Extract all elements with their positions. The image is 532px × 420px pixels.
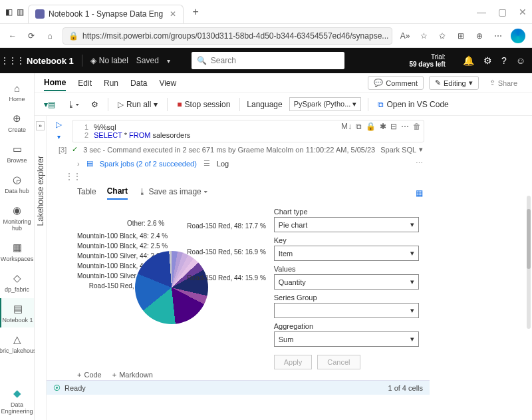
add-markdown-button[interactable]: +Markdown bbox=[112, 371, 153, 379]
menu-home[interactable]: Home bbox=[44, 75, 66, 91]
language-select[interactable]: PySpark (Pytho... ▾ bbox=[289, 97, 362, 111]
close-icon[interactable]: ✕ bbox=[170, 9, 176, 19]
open-vscode-button[interactable]: ⧉Open in VS Code bbox=[375, 99, 451, 110]
notebook-title[interactable]: Notebook 1 bbox=[27, 56, 74, 66]
code-editor[interactable]: M↓ ⧉ 🔒 ✱ ⊟ ⋯ 🗑 1%%sql 2SELECT * FROM sal… bbox=[72, 120, 424, 142]
series-select[interactable]: ▾ bbox=[274, 303, 419, 318]
cell-count: 1 of 4 cells bbox=[388, 384, 423, 392]
profile-icon[interactable]: ◧ bbox=[5, 7, 13, 17]
run-all-button[interactable]: ▷Run all▾ bbox=[115, 99, 160, 110]
drag-handle-icon[interactable]: ⋮⋮ bbox=[47, 170, 430, 182]
close-window-icon[interactable]: ✕ bbox=[519, 7, 527, 17]
more-icon[interactable]: ⋯ bbox=[492, 30, 504, 42]
collapse-icon[interactable]: ⊟ bbox=[390, 122, 397, 131]
url-field[interactable]: 🔒 https://msit.powerbi.com/groups/0130d3… bbox=[63, 27, 392, 45]
save-image-button[interactable]: ⭳ Save as image ▾ bbox=[138, 187, 207, 199]
tabs-icon[interactable]: ▥ bbox=[17, 7, 24, 17]
download-button[interactable]: ⭳▾ bbox=[65, 99, 82, 110]
rail-dpfabric[interactable]: ◇dp_fabric bbox=[0, 268, 34, 297]
rail-workspaces[interactable]: ▦Workspaces bbox=[0, 237, 34, 266]
save-button[interactable]: ▾▤ bbox=[41, 99, 58, 110]
table-settings-icon[interactable]: ▦ bbox=[416, 188, 423, 198]
agg-select[interactable]: Sum▾ bbox=[274, 331, 419, 347]
rail-datahub[interactable]: ◶Data hub bbox=[0, 169, 34, 198]
add-code-button[interactable]: +Code bbox=[77, 371, 102, 379]
read-aloud-icon[interactable]: A» bbox=[399, 30, 411, 42]
back-icon[interactable]: ← bbox=[7, 30, 19, 42]
browser-titlebar: ◧ ▥ Notebook 1 - Synapse Data Eng ✕ + — … bbox=[0, 0, 532, 24]
share-button[interactable]: ⇪Share bbox=[484, 76, 523, 90]
home-icon[interactable]: ⌂ bbox=[44, 30, 56, 42]
apply-button[interactable]: Apply bbox=[274, 355, 313, 369]
sensitivity-label[interactable]: ◈ No label bbox=[90, 56, 128, 65]
extensions-icon[interactable]: ⊕ bbox=[473, 30, 485, 42]
cancel-button[interactable]: Cancel bbox=[317, 355, 360, 369]
rail-home[interactable]: ⌂Home bbox=[0, 77, 34, 106]
comment-button[interactable]: 💬Comment bbox=[368, 76, 424, 90]
more-icon[interactable]: ⋯ bbox=[416, 159, 423, 168]
gear-icon[interactable]: ⚙ bbox=[483, 55, 492, 66]
spark-jobs-link[interactable]: Spark jobs (2 of 2 succeeded) bbox=[100, 160, 197, 168]
run-cell-icon[interactable]: ▷ bbox=[56, 120, 62, 129]
help-icon[interactable]: ? bbox=[501, 55, 507, 66]
menu-data[interactable]: Data bbox=[130, 76, 147, 91]
tab-table[interactable]: Table bbox=[77, 187, 96, 199]
md-icon[interactable]: M↓ bbox=[341, 122, 352, 131]
tab-chart[interactable]: Chart bbox=[107, 186, 128, 200]
scrollbar[interactable] bbox=[527, 196, 531, 329]
lock-icon[interactable]: 🔒 bbox=[366, 122, 376, 131]
search-box[interactable]: 🔍 bbox=[192, 52, 344, 69]
copilot-icon[interactable] bbox=[511, 29, 525, 43]
language-label: Language bbox=[247, 100, 282, 109]
delete-icon[interactable]: 🗑 bbox=[413, 122, 421, 131]
settings-button[interactable]: ⚙ bbox=[88, 99, 101, 110]
main-area: Home Edit Run Data View 💬Comment ✎Editin… bbox=[35, 73, 532, 420]
rail-create[interactable]: ⊕Create bbox=[0, 108, 34, 137]
refresh-icon[interactable]: ⟳ bbox=[25, 30, 37, 42]
rail-browse[interactable]: ▭Browse bbox=[0, 138, 34, 168]
chevron-down-icon: ▾ bbox=[154, 100, 158, 109]
shield-icon: ◈ bbox=[90, 56, 96, 65]
browser-tab[interactable]: Notebook 1 - Synapse Data Eng ✕ bbox=[28, 5, 184, 23]
stop-button[interactable]: ■Stop session bbox=[174, 99, 233, 110]
explorer-collapsed[interactable]: » Lakehouse explorer bbox=[35, 116, 47, 420]
search-input[interactable] bbox=[211, 56, 339, 65]
chevron-right-icon[interactable]: › bbox=[77, 160, 80, 168]
editing-button[interactable]: ✎Editing▾ bbox=[429, 76, 479, 90]
rail-lakehouse[interactable]: △fabric_lakehouse bbox=[0, 329, 34, 358]
menu-view[interactable]: View bbox=[159, 76, 176, 91]
new-tab-button[interactable]: + bbox=[188, 4, 203, 20]
tab-title: Notebook 1 - Synapse Data Eng bbox=[49, 9, 163, 19]
chevron-down-icon: ▾ bbox=[469, 79, 473, 87]
collections-icon[interactable]: ⊞ bbox=[455, 30, 467, 42]
maximize-icon[interactable]: ▢ bbox=[498, 7, 507, 17]
feedback-icon[interactable]: ☺ bbox=[516, 55, 525, 66]
scroll-thumb[interactable] bbox=[527, 209, 531, 269]
copy-icon[interactable]: ⧉ bbox=[356, 122, 362, 131]
rail-notebook[interactable]: ▤Notebook 1 bbox=[0, 298, 34, 327]
minimize-icon[interactable]: — bbox=[477, 7, 486, 17]
app-launcher-icon[interactable]: ⋮⋮⋮ bbox=[7, 55, 19, 67]
cell-lang[interactable]: Spark SQL ▾ bbox=[380, 145, 423, 154]
values-select[interactable]: Quantity▾ bbox=[274, 274, 419, 290]
more-icon[interactable]: ⋯ bbox=[401, 122, 409, 131]
chevron-down-icon[interactable]: ▾ bbox=[57, 133, 61, 140]
menu-edit[interactable]: Edit bbox=[78, 76, 92, 91]
key-select[interactable]: Item▾ bbox=[274, 246, 419, 261]
play-icon: ▷ bbox=[118, 100, 124, 109]
star-icon[interactable]: ☆ bbox=[418, 30, 430, 42]
bell-icon[interactable]: 🔔 bbox=[463, 55, 474, 66]
chevron-down-icon[interactable]: ▾ bbox=[167, 57, 170, 65]
log-link[interactable]: Log bbox=[217, 160, 229, 168]
values-label: Values bbox=[274, 265, 419, 273]
menu-run[interactable]: Run bbox=[104, 76, 118, 91]
lock-icon: 🔒 bbox=[68, 31, 78, 41]
chevron-right-icon[interactable]: » bbox=[36, 121, 45, 130]
favorites-icon[interactable]: ✩ bbox=[436, 30, 448, 42]
chart-type-select[interactable]: Pie chart▾ bbox=[274, 217, 419, 232]
snowflake-icon[interactable]: ✱ bbox=[380, 122, 386, 131]
home-icon: ⌂ bbox=[11, 81, 24, 95]
rail-monitoring[interactable]: ◉Monitoring hub bbox=[0, 200, 34, 236]
plus-icon: + bbox=[77, 371, 81, 379]
rail-persona[interactable]: ◆Data Engineering bbox=[0, 383, 34, 420]
